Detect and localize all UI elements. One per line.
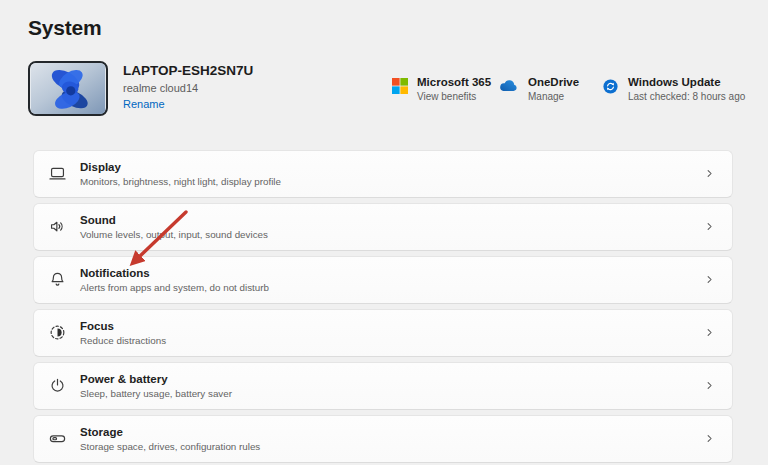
quick-link-onedrive[interactable]: OneDrive Manage (498, 76, 579, 102)
row-description: Reduce distractions (80, 335, 704, 346)
device-hero: LAPTOP-ESH2SN7U realme cloud14 Rename (28, 61, 253, 116)
quick-link-text: Microsoft 365 View benefits (417, 76, 491, 102)
chevron-right-icon (704, 220, 715, 233)
settings-row-storage[interactable]: Storage Storage space, drives, configura… (33, 415, 733, 463)
row-description: Storage space, drives, configuration rul… (80, 441, 704, 452)
row-text: Display Monitors, brightness, night ligh… (80, 161, 704, 187)
power-icon (48, 376, 67, 395)
row-title: Notifications (80, 267, 704, 279)
chevron-right-icon (704, 379, 715, 392)
settings-row-power-battery[interactable]: Power & battery Sleep, battery usage, ba… (33, 362, 733, 410)
quick-link-subtitle[interactable]: Last checked: 8 hours ago (628, 91, 745, 102)
display-icon (48, 164, 67, 183)
settings-list: Display Monitors, brightness, night ligh… (33, 150, 733, 465)
quick-link-subtitle[interactable]: Manage (528, 91, 579, 102)
microsoft-logo-icon (392, 78, 408, 94)
quick-link-text: Windows Update Last checked: 8 hours ago (628, 76, 745, 102)
settings-row-notifications[interactable]: Notifications Alerts from apps and syste… (33, 256, 733, 304)
quick-link-windows-update[interactable]: Windows Update Last checked: 8 hours ago (602, 76, 745, 102)
settings-row-focus[interactable]: Focus Reduce distractions (33, 309, 733, 357)
device-name: LAPTOP-ESH2SN7U (123, 63, 253, 78)
quick-link-title: Windows Update (628, 76, 745, 88)
windows-update-icon (602, 78, 619, 95)
chevron-right-icon (704, 432, 715, 445)
row-text: Storage Storage space, drives, configura… (80, 426, 704, 452)
row-title: Power & battery (80, 373, 704, 385)
row-title: Display (80, 161, 704, 173)
chevron-right-icon (704, 273, 715, 286)
chevron-right-icon (704, 326, 715, 339)
device-thumbnail (28, 61, 108, 116)
quick-link-subtitle[interactable]: View benefits (417, 91, 491, 102)
row-title: Focus (80, 320, 704, 332)
quick-link-title: OneDrive (528, 76, 579, 88)
windows-bloom-image (30, 63, 106, 114)
notifications-bell-icon (48, 270, 67, 289)
focus-icon (48, 323, 67, 342)
row-title: Sound (80, 214, 704, 226)
chevron-right-icon (704, 167, 715, 180)
storage-icon (48, 429, 67, 448)
sound-icon (48, 217, 67, 236)
row-description: Sleep, battery usage, battery saver (80, 388, 704, 399)
quick-link-microsoft-365[interactable]: Microsoft 365 View benefits (392, 76, 491, 102)
quick-link-title: Microsoft 365 (417, 76, 491, 88)
row-title: Storage (80, 426, 704, 438)
settings-row-sound[interactable]: Sound Volume levels, output, input, soun… (33, 203, 733, 251)
row-text: Notifications Alerts from apps and syste… (80, 267, 704, 293)
row-text: Power & battery Sleep, battery usage, ba… (80, 373, 704, 399)
quick-link-text: OneDrive Manage (528, 76, 579, 102)
page-title: System (28, 16, 102, 40)
row-description: Alerts from apps and system, do not dist… (80, 282, 704, 293)
row-text: Focus Reduce distractions (80, 320, 704, 346)
settings-row-display[interactable]: Display Monitors, brightness, night ligh… (33, 150, 733, 198)
device-info: LAPTOP-ESH2SN7U realme cloud14 Rename (123, 61, 253, 116)
rename-link[interactable]: Rename (123, 98, 165, 110)
row-description: Volume levels, output, input, sound devi… (80, 229, 704, 240)
onedrive-cloud-icon (498, 78, 519, 92)
device-model: realme cloud14 (123, 82, 253, 94)
row-text: Sound Volume levels, output, input, soun… (80, 214, 704, 240)
row-description: Monitors, brightness, night light, displ… (80, 176, 704, 187)
